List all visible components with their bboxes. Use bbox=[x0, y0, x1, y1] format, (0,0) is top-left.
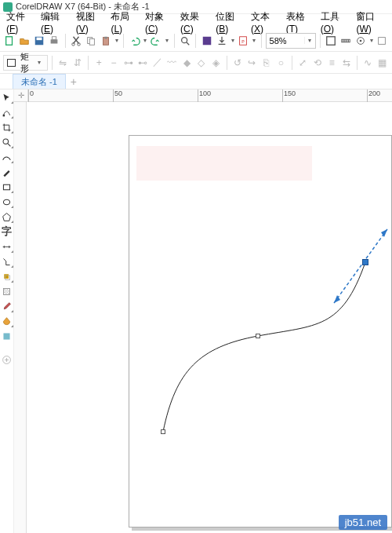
curve-node-mid[interactable] bbox=[256, 334, 260, 338]
paste-button[interactable] bbox=[100, 33, 113, 49]
snap-dropdown[interactable]: ▾ bbox=[368, 33, 374, 49]
svg-rect-20 bbox=[3, 114, 5, 115]
menu-file[interactable]: 文件(F) bbox=[6, 10, 33, 35]
document-tab-strip: 未命名 -1 + bbox=[0, 74, 392, 89]
rectangle-icon bbox=[7, 59, 16, 67]
menu-view[interactable]: 视图(V) bbox=[76, 10, 103, 35]
publish-pdf-button[interactable]: P bbox=[237, 33, 250, 49]
export-dropdown[interactable]: ▾ bbox=[230, 33, 235, 49]
node-break-button[interactable]: ⊷ bbox=[136, 55, 150, 71]
symm-node-button[interactable]: ◈ bbox=[209, 55, 223, 71]
ruler-origin[interactable]: ✛ bbox=[14, 89, 28, 102]
redo-button[interactable] bbox=[150, 33, 163, 49]
svg-rect-15 bbox=[327, 36, 336, 45]
search-button[interactable] bbox=[178, 33, 191, 49]
crop-tool[interactable] bbox=[1, 121, 13, 133]
cusp-node-button[interactable]: ◆ bbox=[180, 55, 194, 71]
node-delete-button[interactable]: − bbox=[107, 55, 121, 71]
print-button[interactable] bbox=[48, 33, 61, 49]
stretch-nodes-button[interactable]: ⤢ bbox=[296, 55, 310, 71]
paste-dropdown[interactable]: ▾ bbox=[114, 33, 120, 49]
menu-tools[interactable]: 工具(O) bbox=[321, 10, 349, 35]
smooth-node-button[interactable]: ◇ bbox=[194, 55, 208, 71]
polygon-tool[interactable] bbox=[1, 210, 13, 223]
svg-rect-10 bbox=[104, 36, 107, 38]
to-curve-button[interactable]: 〰 bbox=[165, 55, 179, 71]
connector-tool[interactable] bbox=[1, 255, 13, 268]
save-button[interactable] bbox=[33, 33, 46, 49]
freehand-tool[interactable] bbox=[1, 151, 13, 163]
rotate-nodes-button[interactable]: ⟲ bbox=[310, 55, 324, 71]
reverse-dir-button[interactable]: ↺ bbox=[230, 55, 244, 71]
show-rulers-button[interactable] bbox=[339, 33, 352, 49]
reflect-nodes-button[interactable]: ⇆ bbox=[339, 55, 353, 71]
zoom-input[interactable] bbox=[267, 36, 304, 46]
svg-rect-25 bbox=[4, 274, 9, 279]
ruler-horizontal[interactable]: 0 50 100 150 200 bbox=[28, 89, 392, 102]
snap-button[interactable] bbox=[354, 33, 367, 49]
export-button[interactable] bbox=[215, 33, 228, 49]
align-nodes-button[interactable]: ≡ bbox=[325, 55, 339, 71]
text-tool[interactable]: 字 bbox=[1, 225, 13, 238]
svg-point-11 bbox=[182, 37, 187, 42]
menu-layout[interactable]: 布局(L) bbox=[111, 10, 137, 35]
canvas[interactable] bbox=[28, 102, 392, 533]
node-join-button[interactable]: ⊶ bbox=[122, 55, 135, 71]
zoom-tool[interactable] bbox=[1, 136, 13, 148]
pick-tool[interactable] bbox=[1, 91, 13, 104]
quick-customize-button[interactable] bbox=[1, 353, 13, 366]
ellipse-tool[interactable] bbox=[1, 195, 13, 208]
add-document-tab[interactable]: + bbox=[66, 74, 82, 89]
to-line-button[interactable]: ／ bbox=[151, 55, 164, 71]
copy-button[interactable] bbox=[85, 33, 98, 49]
svg-rect-30 bbox=[3, 333, 9, 339]
cut-button[interactable] bbox=[70, 33, 83, 49]
svg-rect-8 bbox=[89, 38, 94, 45]
menu-bitmap[interactable]: 位图(B) bbox=[216, 10, 243, 35]
extend-curve-button[interactable]: ↪ bbox=[245, 55, 259, 71]
rectangle-tool[interactable] bbox=[1, 181, 13, 193]
document-tab-1[interactable]: 未命名 -1 bbox=[13, 74, 66, 89]
mirror-h-button[interactable]: ⇋ bbox=[56, 55, 70, 71]
redo-dropdown[interactable]: ▾ bbox=[165, 33, 170, 49]
open-button[interactable] bbox=[18, 33, 31, 49]
svg-rect-4 bbox=[53, 36, 56, 39]
smart-fill-tool[interactable] bbox=[1, 330, 13, 342]
drop-shadow-tool[interactable] bbox=[1, 270, 13, 283]
select-all-nodes-button[interactable]: ▦ bbox=[376, 55, 390, 71]
mirror-v-button[interactable]: ⇵ bbox=[71, 55, 85, 71]
menu-table[interactable]: 表格(T) bbox=[286, 10, 313, 35]
zoom-level[interactable]: ▾ bbox=[266, 33, 316, 49]
svg-point-23 bbox=[3, 199, 9, 205]
menu-edit[interactable]: 编辑(E) bbox=[41, 10, 68, 35]
menu-effects[interactable]: 效果(C) bbox=[180, 10, 208, 35]
transparency-tool[interactable] bbox=[1, 285, 13, 298]
close-curve-button[interactable]: ○ bbox=[274, 55, 288, 71]
undo-button[interactable] bbox=[128, 33, 141, 49]
svg-rect-19 bbox=[379, 37, 386, 44]
parallel-dim-tool[interactable] bbox=[1, 240, 13, 253]
ruler-vertical[interactable] bbox=[14, 102, 27, 533]
new-button[interactable] bbox=[3, 33, 16, 49]
shape-preset-select[interactable]: 矩形 ▾ bbox=[3, 55, 48, 71]
svg-point-18 bbox=[359, 39, 361, 42]
curve-node-start[interactable] bbox=[161, 429, 165, 434]
publish-dropdown[interactable]: ▾ bbox=[252, 33, 257, 49]
eyedropper-tool[interactable] bbox=[1, 300, 13, 312]
import-button[interactable] bbox=[200, 33, 213, 49]
extract-sub-button[interactable]: ⎘ bbox=[260, 55, 274, 71]
fullscreen-button[interactable] bbox=[324, 33, 337, 49]
zoom-dropdown[interactable]: ▾ bbox=[304, 37, 315, 44]
artistic-media-tool[interactable] bbox=[1, 166, 13, 178]
elastic-mode-button[interactable]: ∿ bbox=[361, 55, 375, 71]
node-add-button[interactable]: + bbox=[93, 55, 106, 71]
options-button[interactable] bbox=[376, 33, 389, 49]
curve-node-end-selected[interactable] bbox=[362, 259, 368, 265]
shape-tool[interactable] bbox=[1, 106, 13, 119]
undo-dropdown[interactable]: ▾ bbox=[143, 33, 148, 49]
menu-text[interactable]: 文本(X) bbox=[251, 10, 278, 35]
menu-object[interactable]: 对象(C) bbox=[145, 10, 172, 35]
interactive-fill-tool[interactable] bbox=[1, 315, 13, 327]
svg-text:P: P bbox=[242, 38, 245, 43]
menu-window[interactable]: 窗口(W) bbox=[356, 10, 386, 35]
